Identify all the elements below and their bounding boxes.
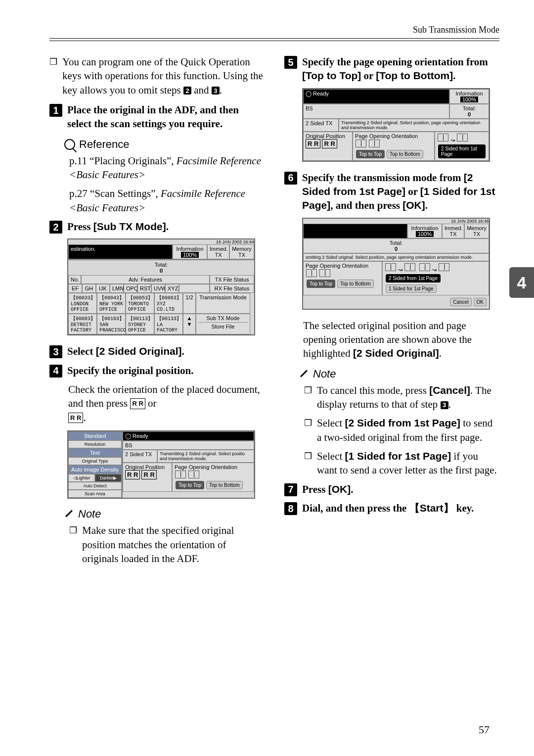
- screen5-total: Total:0: [449, 104, 489, 119]
- note-right-1: ❒ To cancel this mode, press [Cancel]. T…: [304, 383, 499, 412]
- step-2: 2 Press [Sub TX Mode].: [49, 220, 265, 234]
- orientation-icon-rr2: R R: [68, 413, 83, 424]
- bullet-square: ❒: [69, 523, 77, 566]
- step-7: 7 Press [OK].: [284, 482, 499, 496]
- screen6-memory: Memory TX: [464, 224, 489, 238]
- screen6-total: Total:0: [303, 238, 489, 253]
- page-number: 57: [479, 723, 490, 736]
- left-column: ❒ You can program one of the Quick Opera…: [49, 55, 265, 570]
- note-left-1: ❒ Make sure that the specified original …: [69, 523, 265, 566]
- bullet-square: ❒: [49, 55, 57, 97]
- pencil-icon: [299, 369, 309, 379]
- step-number-2: 2: [49, 221, 62, 234]
- magnifier-icon: [64, 139, 75, 150]
- mini-step-3: 3: [212, 87, 220, 94]
- screen4-bs: BS: [123, 441, 254, 450]
- screen5-2sided: 2 Sided TX: [303, 119, 339, 132]
- screen2-adv: Adv. Features: [81, 275, 210, 284]
- step-6: 6 Specify the transmission mode from [2 …: [284, 171, 499, 213]
- screen6-info: Information100%: [407, 224, 442, 238]
- step-6-after: The selected original position and page …: [303, 319, 499, 361]
- screen2-immed: Immed. TX: [207, 244, 229, 259]
- step-5-text: Specify the page opening orientation fro…: [302, 55, 499, 83]
- right-column: 5 Specify the page opening orientation f…: [284, 55, 499, 570]
- fax-screen-tx-mode: 16 JAN 2003 16:46 Information100% Immed.…: [302, 218, 490, 310]
- screen4-ready: ◯ Ready: [123, 431, 254, 441]
- step-number-7: 7: [284, 483, 297, 496]
- mini-step-2: 2: [183, 87, 191, 94]
- orientation-icon-rr: R R: [130, 398, 145, 409]
- screen6-time: 16 JAN 2003 16:46: [303, 219, 489, 224]
- note-right-2: ❒ Select [2 Sided from 1st Page] to send…: [304, 416, 499, 444]
- screen2-txfile: TX File Status: [210, 275, 254, 284]
- screen6-choices: ↝ ↝ 2 Sided from 1st Page1 Sided for 1st…: [382, 261, 489, 295]
- bullet-square: ❒: [304, 416, 312, 444]
- bullet-square: ❒: [304, 449, 312, 477]
- screen5-bs: BS: [303, 104, 449, 119]
- step-number-3: 3: [49, 345, 62, 358]
- step-number-6: 6: [284, 172, 297, 185]
- intro-bullet: ❒ You can program one of the Quick Opera…: [49, 55, 265, 97]
- step-6-text: Specify the transmission mode from [2 Si…: [302, 171, 499, 213]
- screen5-msg: Transmitting 2 Sided original. Select po…: [339, 119, 489, 132]
- screen2-dest: estination.: [68, 244, 173, 259]
- screen5-ready: ◯ Ready: [303, 89, 449, 104]
- screen2-grid-row2: 【00083】DETROIT FACTORY 【00103】SAN FRANCI…: [68, 314, 254, 334]
- screen2-time: 16 JAN 2003 16:44: [68, 239, 254, 244]
- screen5-2sided1st: ↝ 2 Sided from 1st Page: [435, 132, 489, 161]
- step-number-4: 4: [49, 365, 62, 378]
- running-header: Sub Transmission Mode: [49, 25, 499, 35]
- intro-text: You can program one of the Quick Operati…: [62, 55, 265, 97]
- step-8-text: Dial, and then press the 【Start】 key.: [302, 501, 474, 515]
- screen6-strip: [303, 224, 407, 238]
- step-number-5: 5: [284, 56, 297, 69]
- screen4-opening: Page Opening Orientation Top to TopTop t…: [172, 463, 254, 492]
- screen4-msg: Transmitting 2 Sided original. Select po…: [157, 450, 254, 463]
- bullet-square: ❒: [304, 383, 312, 412]
- step-1: 1 Place the original in the ADF, and the…: [49, 103, 265, 131]
- screen2-tabs: EF GH IJK LMN OPQ RST UVW XYZ RX File St…: [68, 284, 254, 293]
- step-3-text: Select [2 Sided Original].: [67, 344, 184, 358]
- step-3: 3 Select [2 Sided Original].: [49, 344, 265, 358]
- fax-screen-opening: ◯ Ready Information100% BS Total:0 2 Sid…: [302, 88, 490, 162]
- step-2-text: Press [Sub TX Mode].: [67, 220, 169, 234]
- note-right-3: ❒ Select [1 Sided for 1st Page] if you w…: [304, 449, 499, 477]
- screen6-opening: Page Opening Orientation Top to TopTop t…: [303, 261, 382, 295]
- reference-heading: Reference: [64, 138, 265, 151]
- note-heading-right: Note: [299, 368, 499, 380]
- reference-2: p.27 “Scan Settings”, Facsimile Referenc…: [69, 187, 265, 215]
- step-4: 4 Specify the original position.: [49, 364, 265, 378]
- step-5: 5 Specify the page opening orientation f…: [284, 55, 499, 83]
- screen6-footer: CancelOK: [303, 295, 489, 309]
- note-heading-left: Note: [64, 508, 265, 520]
- screen4-2sided: 2 Sided TX: [123, 450, 157, 463]
- screen2-info: Information100%: [173, 244, 207, 259]
- screen5-info: Information100%: [449, 89, 489, 104]
- screen2-memory: Memory TX: [229, 244, 254, 259]
- pencil-icon: [64, 509, 74, 519]
- step-number-8: 8: [284, 502, 297, 515]
- step-8: 8 Dial, and then press the 【Start】 key.: [284, 501, 499, 515]
- step-7-text: Press [OK].: [302, 482, 353, 496]
- screen2-no: No.: [68, 275, 81, 284]
- screen2-grid-row1: 【00033】LONDON OFFICE 【00043】NEW YORK OFF…: [68, 293, 254, 314]
- header-rule: [49, 41, 499, 41]
- screen6-immed: Immed. TX: [442, 224, 464, 238]
- reference-1: p.11 “Placing Originals”, Facsimile Refe…: [69, 154, 265, 182]
- step-number-1: 1: [49, 104, 62, 117]
- fax-screen-sub-tx: 16 JAN 2003 16:44 estination. Informatio…: [67, 238, 255, 335]
- fax-screen-original-pos: Standard Resolution Text Original Type A…: [67, 430, 255, 499]
- screen2-total: Total:0: [68, 260, 254, 275]
- mini-step-3b: 3: [441, 401, 448, 409]
- chapter-thumb-tab: 4: [509, 267, 534, 298]
- step-4-body: Check the orientation of the placed docu…: [68, 382, 265, 425]
- step-1-text: Place the original in the ADF, and then …: [67, 103, 265, 131]
- step-4-text: Specify the original position.: [67, 364, 194, 378]
- screen5-origpos: Original Position R R R R: [303, 132, 353, 161]
- screen6-msg: smitting 2 Sided original. Select positi…: [303, 253, 489, 261]
- screen5-opening: Page Opening Orientation Top to TopTop t…: [353, 132, 435, 161]
- header-rule-thin: [49, 38, 499, 39]
- screen4-origpos: Original Position R R R R: [123, 463, 172, 492]
- screen4-sidebar: Standard Resolution Text Original Type A…: [68, 431, 123, 498]
